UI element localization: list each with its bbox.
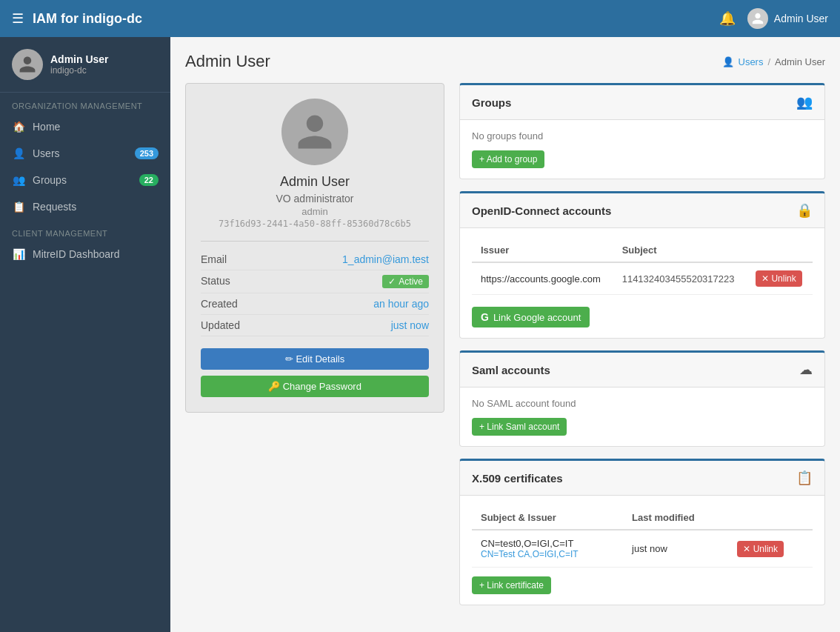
breadcrumb: 👤 Users / Admin User bbox=[722, 56, 826, 67]
sidebar-item-users[interactable]: 👤 Users 253 bbox=[0, 140, 170, 167]
cert-subject-issuer-cell: CN=test0,O=IGI,C=IT CN=Test CA,O=IGI,C=I… bbox=[472, 530, 623, 568]
sidebar-home-label: Home bbox=[33, 121, 159, 133]
breadcrumb-area: Admin User 👤 Users / Admin User bbox=[185, 52, 825, 71]
org-section-label: Organization Management bbox=[0, 93, 170, 113]
oidc-panel-title: OpenID-Connect accounts bbox=[472, 204, 611, 217]
lock-icon: 🔒 bbox=[796, 202, 813, 219]
sidebar-requests-label: Requests bbox=[33, 201, 159, 213]
link-google-label: Link Google account bbox=[493, 312, 581, 323]
updated-value: just now bbox=[267, 319, 429, 331]
saml-panel-header: Saml accounts ☁ bbox=[460, 353, 824, 387]
x509-certs-table: Subject & Issuer Last modified CN=test0,… bbox=[472, 506, 813, 568]
navbar: ☰ IAM for indigo-dc 🔔 Admin User bbox=[0, 0, 840, 37]
oidc-panel: OpenID-Connect accounts 🔒 Issuer Subject bbox=[459, 191, 825, 339]
google-icon: G bbox=[481, 311, 489, 323]
detail-row-updated: Updated just now bbox=[201, 315, 429, 336]
main-content: Admin User 👤 Users / Admin User Admin Us… bbox=[170, 37, 840, 632]
link-google-button[interactable]: G Link Google account bbox=[472, 307, 590, 327]
x509-panel: X.509 certificates 📋 Subject & Issuer La… bbox=[459, 459, 825, 605]
groups-panel-body: No groups found + Add to group bbox=[460, 120, 824, 179]
sidebar-item-requests[interactable]: 📋 Requests bbox=[0, 193, 170, 220]
sidebar-user-details: Admin User indigo-dc bbox=[50, 53, 109, 76]
groups-panel-icon: 👥 bbox=[796, 94, 813, 110]
link-saml-button[interactable]: + Link Saml account bbox=[472, 418, 567, 436]
groups-panel: Groups 👥 No groups found + Add to group bbox=[459, 83, 825, 179]
x509-col-actions bbox=[728, 506, 813, 530]
sidebar-user-name: Admin User bbox=[50, 53, 109, 65]
sidebar-mitreid-label: MitreID Dashboard bbox=[33, 248, 159, 260]
oidc-unlink-cell: ✕ Unlink bbox=[747, 262, 813, 295]
requests-icon: 📋 bbox=[12, 201, 25, 213]
change-password-button[interactable]: 🔑 Change Password bbox=[201, 376, 429, 397]
brand-prefix: IAM for bbox=[33, 11, 82, 26]
oidc-col-subject: Subject bbox=[613, 239, 747, 262]
detail-row-created: Created an hour ago bbox=[201, 293, 429, 315]
hamburger-icon[interactable]: ☰ bbox=[12, 10, 24, 27]
navbar-brand: IAM for indigo-dc bbox=[33, 11, 142, 27]
created-label: Created bbox=[201, 298, 267, 310]
notification-bell-icon[interactable]: 🔔 bbox=[719, 10, 736, 27]
link-certificate-button[interactable]: + Link certificate bbox=[472, 576, 551, 594]
detail-row-email: Email 1_admin@iam.test bbox=[201, 249, 429, 270]
status-text: Active bbox=[399, 276, 423, 287]
page-title: Admin User bbox=[185, 52, 270, 71]
dashboard-icon: 📊 bbox=[12, 248, 25, 260]
breadcrumb-separator: / bbox=[767, 56, 770, 67]
oidc-unlink-button[interactable]: ✕ Unlink bbox=[756, 270, 802, 287]
cloud-icon: ☁ bbox=[799, 362, 813, 378]
email-label: Email bbox=[201, 253, 267, 265]
users-icon: 👤 bbox=[12, 147, 25, 159]
table-row: https://accounts.google.com 114132403455… bbox=[472, 262, 813, 295]
brand-name: indigo-dc bbox=[82, 11, 142, 26]
content-row: Admin User VO administrator admin 73f16d… bbox=[185, 83, 825, 617]
right-column: Groups 👥 No groups found + Add to group … bbox=[459, 83, 825, 617]
breadcrumb-current: Admin User bbox=[775, 56, 825, 67]
status-value: ✓ Active bbox=[267, 275, 429, 288]
user-card-avatar bbox=[281, 99, 348, 165]
breadcrumb-users-link[interactable]: Users bbox=[739, 56, 764, 67]
cert-last-modified: just now bbox=[623, 530, 728, 568]
saml-panel-title: Saml accounts bbox=[472, 364, 550, 376]
x509-col-subject-issuer: Subject & Issuer bbox=[472, 506, 623, 530]
breadcrumb-user-icon: 👤 bbox=[722, 56, 734, 67]
x509-panel-header: X.509 certificates 📋 bbox=[460, 461, 824, 496]
updated-label: Updated bbox=[201, 319, 267, 331]
created-value: an hour ago bbox=[267, 298, 429, 310]
sidebar-item-groups[interactable]: 👥 Groups 22 bbox=[0, 167, 170, 193]
home-icon: 🏠 bbox=[12, 121, 25, 133]
email-value: 1_admin@iam.test bbox=[267, 253, 429, 265]
sidebar-item-mitreiddashboard[interactable]: 📊 MitreID Dashboard bbox=[0, 241, 170, 267]
oidc-accounts-table: Issuer Subject https://accounts.google.c… bbox=[472, 239, 813, 295]
cert-unlink-cell: ✕ Unlink bbox=[728, 530, 813, 568]
saml-panel-body: No SAML account found + Link Saml accoun… bbox=[460, 387, 824, 446]
x509-col-last-modified: Last modified bbox=[623, 506, 728, 530]
navbar-username: Admin User bbox=[774, 13, 828, 24]
users-badge: 253 bbox=[135, 147, 159, 159]
groups-icon: 👥 bbox=[12, 174, 25, 186]
groups-panel-title: Groups bbox=[472, 96, 511, 109]
detail-row-status: Status ✓ Active bbox=[201, 270, 429, 293]
navbar-user-menu[interactable]: Admin User bbox=[747, 8, 828, 29]
user-card-uuid: 73f16d93-2441-4a50-88ff-85360d78c6b5 bbox=[201, 219, 429, 229]
x509-panel-title: X.509 certificates bbox=[472, 472, 563, 485]
cert-unlink-button[interactable]: ✕ Unlink bbox=[737, 541, 784, 557]
edit-details-button[interactable]: ✏ Edit Details bbox=[201, 348, 429, 370]
no-groups-text: No groups found bbox=[472, 130, 813, 142]
groups-badge: 22 bbox=[139, 174, 159, 186]
sidebar-item-home[interactable]: 🏠 Home bbox=[0, 113, 170, 140]
sidebar-user-org: indigo-dc bbox=[50, 65, 109, 76]
user-actions: ✏ Edit Details 🔑 Change Password bbox=[201, 348, 429, 397]
oidc-col-issuer: Issuer bbox=[472, 239, 613, 262]
sidebar-avatar bbox=[12, 49, 43, 80]
table-row: CN=test0,O=IGI,C=IT CN=Test CA,O=IGI,C=I… bbox=[472, 530, 813, 568]
saml-panel: Saml accounts ☁ No SAML account found + … bbox=[459, 350, 825, 447]
add-to-group-button[interactable]: + Add to group bbox=[472, 150, 544, 168]
user-card-name: Admin User bbox=[201, 174, 429, 190]
groups-panel-header: Groups 👥 bbox=[460, 85, 824, 120]
client-section-label: Client management bbox=[0, 220, 170, 241]
user-details-table: Email 1_admin@iam.test Status ✓ Active bbox=[201, 241, 429, 336]
oidc-panel-header: OpenID-Connect accounts 🔒 bbox=[460, 193, 824, 228]
cert-issuer: CN=Test CA,O=IGI,C=IT bbox=[481, 549, 614, 559]
sidebar-users-label: Users bbox=[33, 147, 127, 159]
cert-subject: CN=test0,O=IGI,C=IT bbox=[481, 538, 614, 549]
